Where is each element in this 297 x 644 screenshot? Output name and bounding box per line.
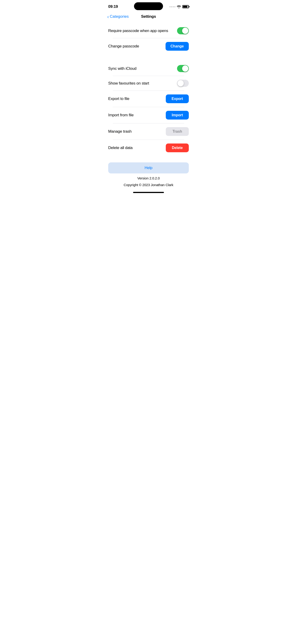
home-indicator bbox=[133, 192, 164, 193]
passcode-section: Require passcode when app opens Change p… bbox=[104, 24, 194, 54]
section-gap-1 bbox=[104, 54, 194, 61]
back-label: Categories bbox=[110, 14, 129, 19]
require-passcode-row: Require passcode when app opens bbox=[108, 24, 189, 38]
signal-icon bbox=[170, 6, 176, 7]
change-passcode-label: Change passcode bbox=[108, 44, 139, 48]
toggle-thumb-3 bbox=[178, 80, 184, 86]
delete-all-row: Delete all data Delete bbox=[108, 140, 189, 156]
icloud-section: Sync with iCloud Show favourites on star… bbox=[104, 61, 194, 156]
wifi-icon bbox=[177, 5, 181, 8]
delete-all-button[interactable]: Delete bbox=[166, 144, 189, 152]
back-chevron-icon: ‹ bbox=[107, 14, 109, 19]
favourites-label: Show favourites on start bbox=[108, 81, 149, 86]
delete-all-label: Delete all data bbox=[108, 146, 132, 150]
favourites-row: Show favourites on start bbox=[108, 76, 189, 90]
require-passcode-label: Require passcode when app opens bbox=[108, 28, 168, 33]
icloud-sync-toggle[interactable] bbox=[177, 65, 189, 72]
change-passcode-button[interactable]: Change bbox=[166, 42, 189, 51]
status-time: 09:19 bbox=[108, 4, 118, 9]
import-button[interactable]: Import bbox=[166, 111, 189, 120]
status-icons bbox=[170, 5, 189, 8]
battery-icon bbox=[182, 5, 189, 8]
favourites-toggle[interactable] bbox=[177, 80, 189, 87]
import-label: Import from file bbox=[108, 113, 134, 118]
import-row: Import from file Import bbox=[108, 107, 189, 123]
version-text: Version 2.0.2.0 bbox=[137, 176, 160, 180]
trash-button[interactable]: Trash bbox=[166, 127, 189, 136]
status-bar: 09:19 bbox=[104, 0, 194, 12]
export-button[interactable]: Export bbox=[166, 94, 189, 103]
back-button[interactable]: ‹ Categories bbox=[107, 14, 129, 19]
change-passcode-row: Change passcode Change bbox=[108, 38, 189, 54]
footer: Help Version 2.0.2.0 Copyright © 2023 Jo… bbox=[104, 158, 194, 204]
export-label: Export to file bbox=[108, 96, 130, 101]
status-notch bbox=[134, 2, 163, 10]
require-passcode-toggle[interactable] bbox=[177, 27, 189, 34]
trash-label: Manage trash bbox=[108, 129, 132, 134]
page-title: Settings bbox=[141, 14, 156, 19]
settings-content: Require passcode when app opens Change p… bbox=[104, 22, 194, 158]
toggle-thumb bbox=[182, 28, 188, 34]
export-row: Export to file Export bbox=[108, 91, 189, 107]
icloud-sync-label: Sync with iCloud bbox=[108, 66, 136, 71]
toggle-thumb-2 bbox=[182, 66, 188, 72]
icloud-sync-row: Sync with iCloud bbox=[108, 61, 189, 76]
nav-bar: ‹ Categories Settings bbox=[104, 12, 194, 22]
help-button[interactable]: Help bbox=[108, 162, 189, 174]
copyright-text: Copyright © 2023 Jonathan Clark bbox=[124, 183, 173, 187]
trash-row: Manage trash Trash bbox=[108, 124, 189, 140]
